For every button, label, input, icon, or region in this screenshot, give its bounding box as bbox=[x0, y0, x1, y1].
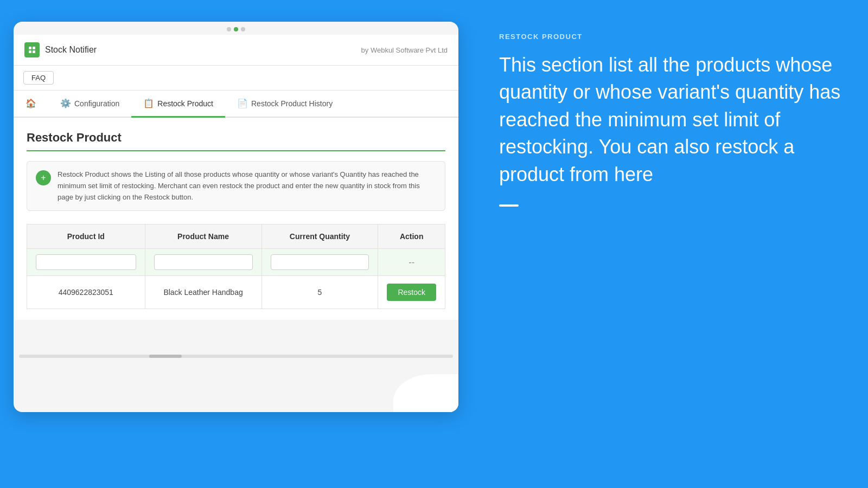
tab-configuration-label: Configuration bbox=[74, 99, 119, 108]
cell-action: Restock bbox=[378, 276, 445, 309]
home-icon: 🏠 bbox=[25, 98, 36, 108]
right-panel-divider bbox=[499, 204, 519, 207]
svg-rect-3 bbox=[33, 50, 35, 53]
app-icon bbox=[24, 42, 40, 57]
info-box: + Restock Product shows the Listing of a… bbox=[27, 161, 445, 211]
tab-restock-history[interactable]: 📄 Restock Product History bbox=[225, 91, 344, 118]
filter-cell-id bbox=[27, 249, 145, 276]
filter-action-dash: -- bbox=[409, 258, 414, 267]
col-current-qty: Current Quantity bbox=[261, 224, 378, 249]
scrollbar-thumb[interactable] bbox=[149, 355, 182, 358]
tab-restock-product[interactable]: 📋 Restock Product bbox=[131, 91, 225, 118]
right-panel-heading: This section list all the products whose… bbox=[499, 52, 841, 188]
svg-rect-2 bbox=[29, 50, 31, 53]
left-panel: Stock Notifier by Webkul Software Pvt Lt… bbox=[0, 0, 472, 488]
restock-icon: 📋 bbox=[143, 98, 154, 108]
product-table: Product Id Product Name Current Quantity… bbox=[27, 224, 445, 309]
right-panel-label: RESTOCK PRODUCT bbox=[499, 33, 841, 41]
dot-2 bbox=[234, 27, 238, 31]
svg-rect-0 bbox=[29, 47, 31, 49]
window-dots bbox=[14, 22, 458, 35]
app-title: Stock Notifier bbox=[45, 45, 97, 55]
bottom-curve bbox=[393, 374, 458, 412]
cell-product-id: 4409622823051 bbox=[27, 276, 145, 309]
filter-cell-action: -- bbox=[378, 249, 445, 276]
faq-button[interactable]: FAQ bbox=[23, 71, 54, 85]
faq-row: FAQ bbox=[14, 66, 458, 91]
filter-input-name[interactable] bbox=[154, 254, 253, 270]
dot-3 bbox=[241, 27, 245, 31]
scrollbar-area bbox=[14, 352, 458, 360]
filter-input-qty[interactable] bbox=[271, 254, 369, 270]
filter-cell-name bbox=[145, 249, 261, 276]
main-content: Restock Product + Restock Product shows … bbox=[14, 118, 458, 320]
filter-cell-qty bbox=[261, 249, 378, 276]
col-product-id: Product Id bbox=[27, 224, 145, 249]
by-webkul-text: by Webkul Software Pvt Ltd bbox=[361, 46, 448, 54]
config-icon: ⚙️ bbox=[60, 98, 71, 108]
cell-product-name: Black Leather Handbag bbox=[145, 276, 261, 309]
col-product-name: Product Name bbox=[145, 224, 261, 249]
top-bar: Stock Notifier by Webkul Software Pvt Lt… bbox=[14, 35, 458, 66]
cell-current-qty: 5 bbox=[261, 276, 378, 309]
section-title: Restock Product bbox=[27, 131, 445, 151]
dot-1 bbox=[227, 27, 231, 31]
table-filter-row: -- bbox=[27, 249, 445, 276]
tab-configuration[interactable]: ⚙️ Configuration bbox=[48, 91, 131, 118]
info-icon: + bbox=[36, 170, 51, 185]
restock-button[interactable]: Restock bbox=[387, 284, 436, 301]
filter-input-id[interactable] bbox=[36, 254, 136, 270]
tab-restock-history-label: Restock Product History bbox=[251, 99, 333, 108]
history-icon: 📄 bbox=[237, 98, 248, 108]
col-action: Action bbox=[378, 224, 445, 249]
right-panel: RESTOCK PRODUCT This section list all th… bbox=[472, 0, 868, 488]
nav-tabs: 🏠 ⚙️ Configuration 📋 Restock Product 📄 R… bbox=[14, 91, 458, 118]
scrollbar-track bbox=[19, 355, 453, 358]
tab-home[interactable]: 🏠 bbox=[14, 91, 48, 118]
app-card: Stock Notifier by Webkul Software Pvt Lt… bbox=[14, 22, 458, 412]
table-header-row: Product Id Product Name Current Quantity… bbox=[27, 224, 445, 249]
svg-rect-1 bbox=[33, 47, 35, 49]
top-bar-left: Stock Notifier bbox=[24, 42, 97, 57]
tab-restock-product-label: Restock Product bbox=[157, 99, 213, 108]
info-text: Restock Product shows the Listing of all… bbox=[58, 169, 436, 203]
table-row: 4409622823051 Black Leather Handbag 5 Re… bbox=[27, 276, 445, 309]
